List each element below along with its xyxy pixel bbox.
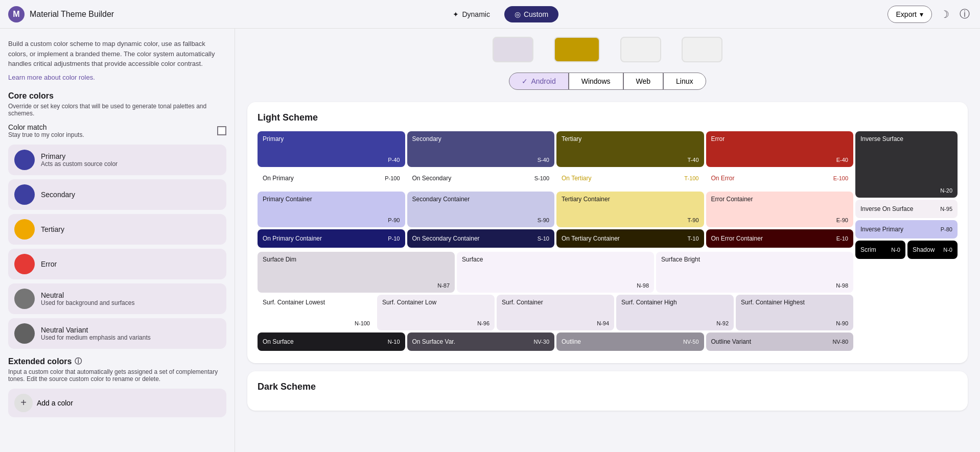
swatch: Inverse Surface N-20 xyxy=(855,131,958,198)
swatch-code: N-98 xyxy=(661,282,848,289)
swatch-code: P-90 xyxy=(263,217,400,223)
swatch: Primary Container P-90 xyxy=(258,192,405,227)
swatch-label: Surf. Container Highest xyxy=(741,299,848,306)
swatch-code: NV-30 xyxy=(533,339,549,345)
add-icon: + xyxy=(14,394,33,412)
swatch-code: N-90 xyxy=(741,320,848,326)
swatch-code: N-0 xyxy=(943,247,952,253)
color-match-checkbox[interactable] xyxy=(217,126,226,135)
swatch-code: S-40 xyxy=(412,157,550,163)
swatch-label: On Secondary Container xyxy=(412,235,480,242)
add-color-button[interactable]: + Add a color xyxy=(8,389,226,417)
swatch-code: NV-80 xyxy=(832,339,848,345)
color-item-secondary[interactable]: Secondary xyxy=(8,179,226,210)
swatch-code: N-20 xyxy=(860,187,952,194)
platform-tab-web[interactable]: Web xyxy=(623,73,664,90)
swatch-code: E-90 xyxy=(711,217,849,223)
scheme-right-col: Inverse Surface N-20 Inverse On Surface … xyxy=(855,131,958,353)
swatch-row-2-on: On Primary Container P-10 On Secondary C… xyxy=(258,229,853,248)
swatch-label: Surf. Container High xyxy=(621,299,729,306)
swatch-code: P-40 xyxy=(263,157,400,163)
flat-swatch: Outline Variant NV-80 xyxy=(706,332,854,351)
color-name: Neutral xyxy=(41,291,134,299)
flat-swatch: On Surface Var. NV-30 xyxy=(407,332,555,351)
surf-container-row: Surf. Container Lowest N-100 Surf. Conta… xyxy=(258,295,853,330)
platform-tab-android[interactable]: ✓ Android xyxy=(509,73,568,90)
color-desc: Used for medium emphasis and variants xyxy=(41,334,151,341)
swatch-label: Outline Variant xyxy=(711,338,752,345)
swatch-label: On Secondary xyxy=(412,175,452,182)
device-4 xyxy=(682,37,722,62)
swatch-code: N-87 xyxy=(263,282,450,289)
chevron-down-icon: ▾ xyxy=(920,10,923,18)
swatch-label: On Error xyxy=(711,175,735,182)
color-match-label: Color match xyxy=(8,123,84,131)
color-name: Secondary xyxy=(41,191,75,199)
sidebar: Build a custom color scheme to map dynam… xyxy=(0,29,235,452)
platform-tab-windows[interactable]: Windows xyxy=(569,73,623,90)
light-scheme-card: Light Scheme Primary P-40 Secondary S-40… xyxy=(247,102,968,363)
info-icon-extended: ⓘ xyxy=(75,357,82,366)
swatch-code: E-100 xyxy=(833,175,848,181)
color-match-text: Color match Stay true to my color inputs… xyxy=(8,123,84,138)
swatch-label: Scrim xyxy=(860,246,876,253)
flat-swatch: Outline NV-50 xyxy=(556,332,704,351)
swatch-code: N-0 xyxy=(891,247,900,253)
learn-more-link[interactable]: Learn more about color roles. xyxy=(8,74,95,81)
swatch-label: Surface Dim xyxy=(263,256,450,263)
color-item-tertiary[interactable]: Tertiary xyxy=(8,214,226,245)
swatch-label: On Primary Container xyxy=(263,235,322,242)
swatch-label: Surf. Container Lowest xyxy=(263,299,370,306)
swatch-label: On Surface xyxy=(263,338,294,345)
swatch: Surf. Container High N-92 xyxy=(616,295,734,330)
color-item-neutral[interactable]: Neutral Used for background and surfaces xyxy=(8,283,226,314)
swatch: Tertiary T-40 xyxy=(556,131,704,167)
swatch-label: On Surface Var. xyxy=(412,338,456,345)
swatch-label: Error xyxy=(711,135,849,142)
sidebar-description: Build a custom color scheme to map dynam… xyxy=(8,39,226,69)
swatch-code: P-100 xyxy=(385,175,400,181)
swatch-label: Error Container xyxy=(711,196,849,203)
swatch-label: Secondary xyxy=(412,135,550,142)
check-icon: ✓ xyxy=(522,77,528,85)
color-item-error[interactable]: Error xyxy=(8,249,226,279)
swatch-label: Surface xyxy=(462,256,649,263)
logo-icon: M xyxy=(8,6,25,22)
header: M Material Theme Builder ✦ Dynamic ◎ Cus… xyxy=(0,0,980,29)
swatch-label: On Tertiary Container xyxy=(562,235,620,242)
dark-mode-button[interactable]: ☽ xyxy=(938,6,951,22)
color-circle xyxy=(14,219,35,240)
extended-colors-title: Extended colors ⓘ xyxy=(8,357,226,366)
platform-tab-linux[interactable]: Linux xyxy=(663,73,706,90)
nav-custom-btn[interactable]: ◎ Custom xyxy=(504,6,558,22)
swatch: Error Container E-90 xyxy=(706,192,854,227)
swatch-code: S-10 xyxy=(538,235,549,242)
extended-colors-section: Extended colors ⓘ Input a custom color t… xyxy=(8,357,226,417)
swatch: Tertiary Container T-90 xyxy=(556,192,704,227)
scheme-layout: Primary P-40 Secondary S-40 Tertiary T-4… xyxy=(258,131,958,353)
color-name: Primary xyxy=(41,152,118,160)
color-item-primary[interactable]: Primary Acts as custom source color xyxy=(8,145,226,175)
swatch: Surf. Container N-94 xyxy=(497,295,614,330)
add-color-label: Add a color xyxy=(37,399,73,407)
swatch-code: E-10 xyxy=(836,235,848,242)
swatch-label: Outline xyxy=(562,338,581,345)
color-item-neutral-variant[interactable]: Neutral Variant Used for medium emphasis… xyxy=(8,318,226,349)
swatch-code: N-98 xyxy=(462,282,649,289)
flat-swatch: Inverse On Surface N-95 xyxy=(855,200,958,218)
export-button[interactable]: Export ▾ xyxy=(888,6,932,23)
bottom-row: On Surface N-10 On Surface Var. NV-30 Ou… xyxy=(258,332,853,351)
swatch: Surface Bright N-98 xyxy=(656,252,853,293)
swatch-code: E-40 xyxy=(711,157,849,163)
swatch-code: S-90 xyxy=(412,217,550,223)
swatch-code: NV-50 xyxy=(683,339,699,345)
swatch-label: Tertiary xyxy=(562,135,699,142)
swatch-code: T-100 xyxy=(684,175,698,181)
scheme-main: Primary P-40 Secondary S-40 Tertiary T-4… xyxy=(258,131,853,353)
info-button[interactable]: ⓘ xyxy=(958,5,972,23)
flat-swatch: On Secondary Container S-10 xyxy=(407,229,555,248)
nav-dynamic-btn[interactable]: ✦ Dynamic xyxy=(442,6,500,22)
swatch-code: N-95 xyxy=(940,206,952,212)
swatch-row-2: Primary Container P-90 Secondary Contain… xyxy=(258,192,853,227)
swatch-label: On Primary xyxy=(263,175,294,182)
